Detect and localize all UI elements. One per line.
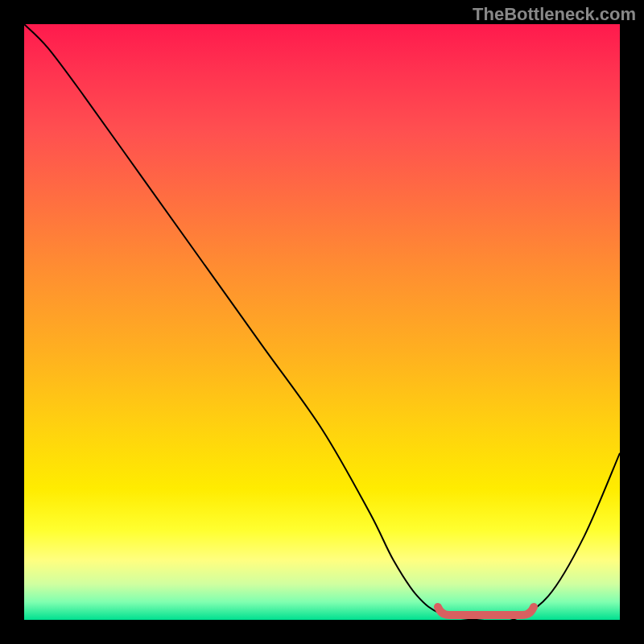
chart-plot-area — [24, 24, 620, 620]
optimal-range-marker — [438, 607, 534, 615]
watermark-text: TheBottleneck.com — [473, 4, 636, 25]
bottleneck-curve — [24, 24, 620, 620]
chart-svg — [24, 24, 620, 620]
